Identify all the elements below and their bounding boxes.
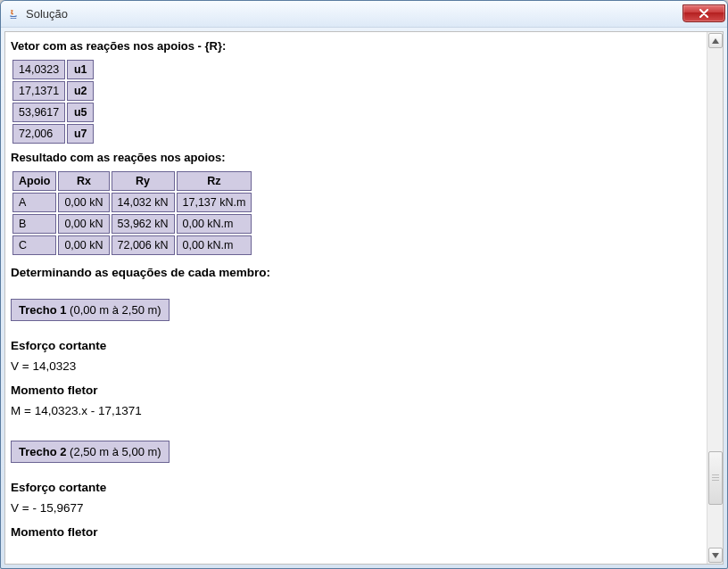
table-row: A 0,00 kN 14,032 kN 17,137 kN.m bbox=[12, 193, 252, 212]
chevron-up-icon bbox=[712, 38, 719, 44]
vetor-value: 14,0323 bbox=[12, 60, 65, 79]
vetor-r-table: 14,0323 u1 17,1371 u2 53,9617 u5 72,006 … bbox=[11, 58, 95, 145]
cell-rz: 0,00 kN.m bbox=[177, 214, 252, 234]
trecho-1-bold: Trecho 1 bbox=[19, 303, 66, 317]
equation-m-1: M = 14,0323.x - 17,1371 bbox=[11, 404, 701, 417]
col-rz: Rz bbox=[177, 171, 252, 191]
heading-resultado: Resultado com as reações nos apoios: bbox=[11, 151, 701, 164]
trecho-1-range: (0,00 m à 2,50 m) bbox=[66, 303, 161, 317]
trecho-2-bold: Trecho 2 bbox=[19, 445, 66, 458]
table-row: B 0,00 kN 53,962 kN 0,00 kN.m bbox=[12, 214, 252, 234]
heading-vetor: Vetor com as reações nos apoios - {R}: bbox=[11, 39, 701, 53]
java-app-icon bbox=[6, 7, 21, 21]
table-row: C 0,00 kN 72,006 kN 0,00 kN.m bbox=[12, 235, 252, 255]
scroll-down-button[interactable] bbox=[708, 548, 723, 563]
vertical-scrollbar[interactable] bbox=[707, 32, 723, 564]
scroll-thumb[interactable] bbox=[708, 451, 723, 505]
cell-ry: 72,006 kN bbox=[112, 235, 175, 255]
vetor-value: 53,9617 bbox=[12, 103, 65, 122]
close-icon bbox=[699, 9, 709, 18]
cell-apoio: A bbox=[12, 193, 56, 212]
cell-apoio: B bbox=[12, 214, 56, 234]
heading-determinando: Determinando as equações de cada membro: bbox=[11, 266, 701, 279]
vetor-value: 17,1371 bbox=[12, 81, 65, 101]
close-button[interactable] bbox=[682, 4, 725, 22]
scroll-up-button[interactable] bbox=[708, 33, 723, 48]
col-ry: Ry bbox=[112, 171, 175, 191]
equation-v-1: V = 14,0323 bbox=[11, 359, 701, 373]
chevron-down-icon bbox=[712, 553, 719, 558]
cell-rx: 0,00 kN bbox=[58, 193, 109, 212]
table-row: 53,9617 u5 bbox=[12, 103, 94, 122]
vetor-u: u5 bbox=[67, 103, 94, 122]
reactions-table: Apoio Rx Ry Rz A 0,00 kN 14,032 kN 17,13… bbox=[11, 169, 253, 257]
heading-momento-1: Momento fletor bbox=[11, 383, 701, 397]
vetor-u: u7 bbox=[67, 124, 94, 144]
content-pane: Vetor com as reações nos apoios - {R}: 1… bbox=[5, 32, 707, 564]
vetor-u: u1 bbox=[67, 60, 94, 79]
cell-rx: 0,00 kN bbox=[58, 235, 109, 255]
table-row: 72,006 u7 bbox=[12, 124, 94, 144]
vetor-u: u2 bbox=[67, 81, 94, 101]
trecho-1-label: Trecho 1 (0,00 m à 2,50 m) bbox=[11, 299, 170, 321]
cell-rz: 0,00 kN.m bbox=[177, 235, 252, 255]
col-rx: Rx bbox=[58, 171, 109, 191]
titlebar[interactable]: Solução bbox=[1, 1, 727, 28]
table-row: 17,1371 u2 bbox=[12, 81, 94, 101]
table-row: 14,0323 u1 bbox=[12, 60, 94, 79]
cell-rx: 0,00 kN bbox=[58, 214, 109, 234]
heading-momento-2: Momento fletor bbox=[11, 525, 701, 539]
window-frame: Solução Vetor com as reações nos apoios … bbox=[0, 0, 728, 569]
cell-rz: 17,137 kN.m bbox=[177, 193, 252, 212]
col-apoio: Apoio bbox=[12, 171, 56, 191]
cell-apoio: C bbox=[12, 235, 56, 255]
heading-esforco-1: Esforço cortante bbox=[11, 339, 701, 352]
cell-ry: 14,032 kN bbox=[112, 193, 175, 212]
equation-v-2: V = - 15,9677 bbox=[11, 501, 701, 515]
trecho-2-range: (2,50 m à 5,00 m) bbox=[66, 445, 161, 458]
table-header-row: Apoio Rx Ry Rz bbox=[12, 171, 252, 191]
window-title: Solução bbox=[26, 7, 68, 21]
cell-ry: 53,962 kN bbox=[112, 214, 175, 234]
client-area: Vetor com as reações nos apoios - {R}: 1… bbox=[4, 31, 724, 565]
heading-esforco-2: Esforço cortante bbox=[11, 481, 701, 494]
trecho-2-label: Trecho 2 (2,50 m à 5,00 m) bbox=[11, 441, 170, 463]
vetor-value: 72,006 bbox=[12, 124, 65, 144]
